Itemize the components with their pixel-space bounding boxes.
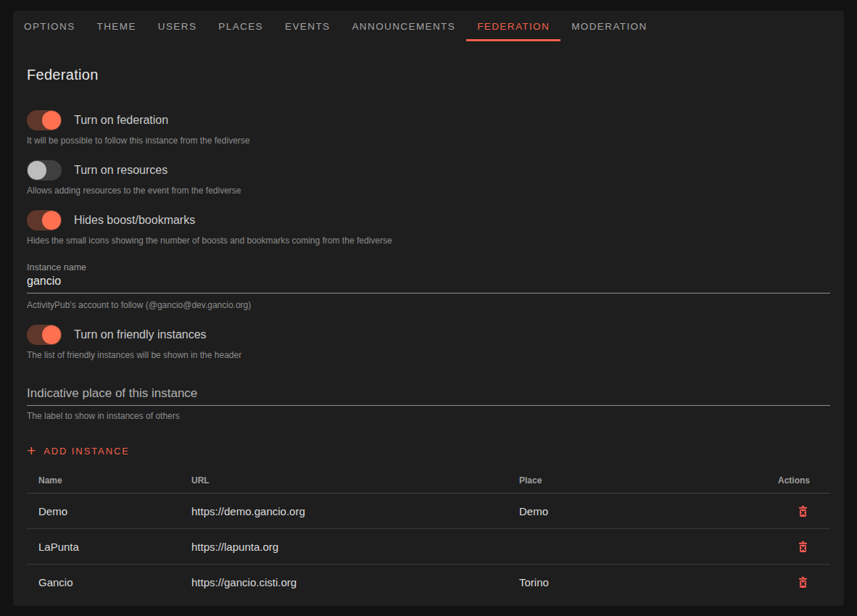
delete-instance-button[interactable] xyxy=(796,504,810,518)
cell-name: Gancio xyxy=(27,576,180,588)
toggle-thumb xyxy=(42,111,61,130)
table-row: Gancio https://gancio.cisti.org Torino xyxy=(27,565,830,600)
admin-panel-card: OPTIONS THEME USERS PLACES EVENTS ANNOUN… xyxy=(13,11,844,606)
cell-name: Demo xyxy=(27,505,180,517)
tab-announcements[interactable]: ANNOUNCEMENTS xyxy=(341,11,466,41)
instance-name-label: Instance name xyxy=(27,262,830,272)
tab-places[interactable]: PLACES xyxy=(207,11,274,41)
setting-resources: Turn on resources Allows adding resource… xyxy=(27,160,830,196)
tab-federation[interactable]: FEDERATION xyxy=(466,11,560,41)
add-instance-label: ADD INSTANCE xyxy=(44,446,130,457)
friendly-instances-table: Name URL Place Actions Demo https://demo… xyxy=(27,467,830,600)
toggle-federation[interactable] xyxy=(27,110,62,130)
toggle-boost-bookmarks-hint: Hides the small icons showing the number… xyxy=(27,236,830,246)
toggle-friendly-instances-hint: The list of friendly instances will be s… xyxy=(27,350,830,360)
instance-place-field: The label to show in instances of others xyxy=(27,385,830,421)
tab-theme[interactable]: THEME xyxy=(86,11,147,41)
toggle-boost-bookmarks[interactable] xyxy=(27,210,62,230)
trash-icon xyxy=(796,540,810,554)
cell-url: https://lapunta.org xyxy=(180,541,508,553)
toggle-friendly-instances-label: Turn on friendly instances xyxy=(74,328,207,341)
add-instance-button[interactable]: + ADD INSTANCE xyxy=(27,440,130,462)
column-header-name: Name xyxy=(27,475,180,486)
table-header-row: Name URL Place Actions xyxy=(27,467,830,494)
setting-boost-bookmarks: Hides boost/bookmarks Hides the small ic… xyxy=(27,210,830,246)
column-header-url: URL xyxy=(180,475,508,486)
page-title: Federation xyxy=(27,41,830,83)
cell-url: https://demo.gancio.org xyxy=(180,505,508,517)
trash-icon xyxy=(796,504,810,518)
instance-name-input[interactable] xyxy=(27,272,830,294)
tab-events[interactable]: EVENTS xyxy=(274,11,341,41)
toggle-resources[interactable] xyxy=(27,160,62,180)
instance-name-hint: ActivityPub's account to follow (@gancio… xyxy=(27,300,830,310)
trash-icon xyxy=(796,575,810,589)
tab-moderation[interactable]: MODERATION xyxy=(560,11,658,41)
tab-options[interactable]: OPTIONS xyxy=(13,11,86,41)
toggle-federation-hint: It will be possible to follow this insta… xyxy=(27,136,830,146)
table-row: Demo https://demo.gancio.org Demo xyxy=(27,494,830,529)
toggle-boost-bookmarks-label: Hides boost/bookmarks xyxy=(74,214,195,227)
instance-name-field: Instance name ActivityPub's account to f… xyxy=(27,262,830,310)
setting-friendly-instances: Turn on friendly instances The list of f… xyxy=(27,325,830,360)
toggle-resources-label: Turn on resources xyxy=(74,164,167,177)
setting-federation: Turn on federation It will be possible t… xyxy=(27,110,830,146)
federation-settings: Federation Turn on federation It will be… xyxy=(13,41,844,421)
toggle-federation-label: Turn on federation xyxy=(74,114,168,127)
plus-icon: + xyxy=(27,444,37,458)
instance-place-hint: The label to show in instances of others xyxy=(27,411,830,421)
tab-users[interactable]: USERS xyxy=(147,11,208,41)
column-header-actions: Actions xyxy=(759,475,830,486)
delete-instance-button[interactable] xyxy=(796,575,810,589)
cell-url: https://gancio.cisti.org xyxy=(180,576,508,588)
instance-place-input[interactable] xyxy=(27,385,830,406)
toggle-resources-hint: Allows adding resources to the event fro… xyxy=(27,186,830,196)
admin-tabs: OPTIONS THEME USERS PLACES EVENTS ANNOUN… xyxy=(13,11,844,41)
delete-instance-button[interactable] xyxy=(796,540,810,554)
table-body: Demo https://demo.gancio.org Demo xyxy=(27,494,830,600)
toggle-thumb xyxy=(28,161,46,180)
toggle-thumb xyxy=(42,325,61,344)
column-header-place: Place xyxy=(508,475,759,486)
cell-place: Torino xyxy=(508,576,759,588)
table-row: LaPunta https://lapunta.org xyxy=(27,529,830,565)
toggle-thumb xyxy=(42,211,61,230)
cell-place: Demo xyxy=(508,505,759,517)
toggle-friendly-instances[interactable] xyxy=(27,325,62,345)
cell-name: LaPunta xyxy=(27,541,180,553)
